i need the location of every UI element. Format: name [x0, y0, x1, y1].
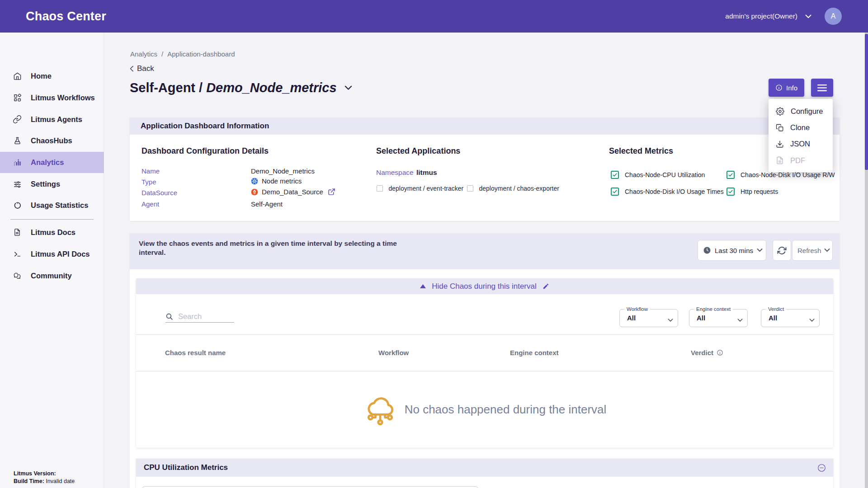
checkbox-checked[interactable] — [726, 171, 735, 179]
time-range-value: Last 30 mins — [715, 247, 753, 254]
sidebar-nav: Home Litmus Workflows Litmus Agents Chao… — [0, 66, 104, 216]
config-row-value: Node metrics — [251, 177, 302, 185]
checkbox-label: Chaos-Node-Disk I/O Usage R/W — [741, 171, 835, 178]
hide-chaos-toggle[interactable]: Hide Chaos during this interval — [136, 278, 833, 294]
verdict-filter-select[interactable]: Verdict All — [761, 309, 820, 327]
project-chevron-down-icon[interactable] — [805, 14, 811, 19]
avatar[interactable]: A — [825, 8, 842, 25]
sidebar-item-litmus-api-docs[interactable]: Litmus API Docs — [0, 243, 104, 265]
home-icon — [13, 72, 22, 81]
back-chevron-icon — [129, 66, 134, 72]
prometheus-icon — [251, 188, 258, 196]
filter-chevron-icon — [668, 316, 673, 324]
pencil-icon[interactable] — [542, 283, 549, 290]
time-range-chevron-icon — [757, 249, 763, 252]
refresh-rate-value: Refresh — [797, 247, 821, 254]
more-actions-button[interactable] — [811, 79, 833, 97]
application-dashboard-information-panel: Application Dashboard Information Dashbo… — [130, 117, 840, 221]
sidebar-item-label: Community — [31, 272, 72, 280]
collapse-minus-icon[interactable] — [817, 464, 826, 472]
checkbox-checked[interactable] — [726, 188, 735, 196]
sidebar-item-analytics[interactable]: Analytics — [0, 152, 104, 174]
metric-checkbox-row: Chaos-Node-CPU Utilization — [611, 171, 705, 179]
sidebar: Home Litmus Workflows Litmus Agents Chao… — [0, 33, 104, 488]
verdict-info-icon[interactable] — [717, 349, 723, 356]
search-input[interactable]: Search — [165, 311, 234, 323]
workflow-filter-select[interactable]: Workflow All — [619, 309, 678, 327]
brand-title: Chaos Center — [26, 9, 106, 23]
config-row-value: Self-Agent — [251, 200, 283, 208]
sidebar-item-litmus-workflows[interactable]: Litmus Workflows — [0, 87, 104, 109]
sidebar-doc-nav: Litmus Docs Litmus API Docs Community — [0, 221, 104, 286]
application-checkbox-row: deployment / event-tracker — [377, 185, 463, 192]
copy-icon — [776, 124, 784, 132]
sidebar-divider — [10, 219, 94, 220]
menu-item-configure[interactable]: Configure — [769, 103, 833, 119]
checkbox-checked[interactable] — [611, 171, 619, 179]
header-right-group: admin's project(Owner) A — [725, 0, 842, 33]
sidebar-item-home[interactable]: Home — [0, 66, 104, 87]
cloud-circuit-icon — [363, 393, 397, 427]
sidebar-item-litmus-docs[interactable]: Litmus Docs — [0, 221, 104, 243]
interval-info-bar: View the chaos events and metrics in a g… — [130, 233, 840, 269]
back-button[interactable]: Back — [129, 64, 154, 73]
refresh-now-button[interactable] — [773, 240, 791, 261]
cpu-utilization-section: CPU Utilization Metrics — [136, 459, 833, 488]
app-header: Chaos Center admin's project(Owner) A — [0, 0, 868, 33]
menu-item-label: Configure — [791, 107, 823, 116]
link-icon — [13, 115, 22, 124]
menu-item-clone[interactable]: Clone — [769, 119, 833, 136]
namespace-value: litmus — [416, 169, 437, 177]
scrollbar-thumb[interactable] — [865, 34, 868, 170]
checkbox-unchecked[interactable] — [467, 185, 473, 192]
menu-item-label: PDF — [790, 156, 805, 165]
gear-icon — [776, 107, 784, 116]
sidebar-item-label: Settings — [31, 180, 60, 188]
checkbox-checked[interactable] — [611, 188, 619, 196]
menu-item-label: JSON — [790, 140, 810, 148]
sidebar-item-community[interactable]: Community — [0, 265, 104, 286]
config-row-label: Type — [142, 178, 156, 186]
build-time-value: Invalid date — [46, 478, 75, 484]
sidebar-item-chaoshubs[interactable]: ChaosHubs — [0, 130, 104, 152]
refresh-rate-select[interactable]: Refresh — [792, 240, 833, 261]
project-selector[interactable]: admin's project(Owner) — [725, 12, 797, 20]
menu-item-pdf[interactable]: PDF — [769, 152, 833, 169]
hide-chaos-label: Hide Chaos during this interval — [432, 282, 537, 291]
empty-state: No chaos happened during the interval — [136, 371, 833, 448]
sidebar-item-label: Litmus Agents — [31, 115, 82, 124]
checkbox-unchecked[interactable] — [377, 185, 383, 192]
cpu-chart-container — [142, 486, 479, 488]
analytics-paper: View the chaos events and metrics in a g… — [130, 233, 840, 488]
config-row-value: Demo_Data_Source — [251, 188, 335, 196]
document-icon — [13, 228, 22, 237]
cpu-section-title: CPU Utilization Metrics — [144, 463, 817, 472]
external-link-icon[interactable] — [328, 188, 335, 196]
configuration-heading: Dashboard Configuration Details — [142, 146, 269, 156]
sliders-icon — [13, 179, 22, 188]
checkbox-label: deployment / event-tracker — [389, 185, 464, 192]
sidebar-item-litmus-agents[interactable]: Litmus Agents — [0, 108, 104, 130]
engine-context-filter-select[interactable]: Engine context All — [689, 309, 748, 327]
page-title: Self-Agent / Demo_Node_metrics — [130, 80, 352, 95]
time-range-select[interactable]: Last 30 mins — [698, 240, 766, 261]
checkbox-label: Chaos-Node-CPU Utilization — [625, 171, 705, 178]
page-scrollbar[interactable] — [865, 33, 868, 488]
sidebar-item-usage-statistics[interactable]: Usage Statistics — [0, 195, 104, 216]
column-workflow: Workflow — [378, 349, 409, 357]
breadcrumb-separator: / — [161, 50, 163, 58]
file-icon — [776, 156, 784, 164]
actions-dropdown-menu: Configure Clone JSON PDF — [769, 99, 833, 172]
sidebar-item-label: Analytics — [31, 158, 64, 167]
column-verdict: Verdict — [691, 349, 723, 357]
sidebar-item-label: Litmus API Docs — [31, 250, 90, 258]
info-button-label: Info — [786, 84, 797, 92]
sidebar-item-settings[interactable]: Settings — [0, 173, 104, 195]
menu-item-json[interactable]: JSON — [769, 136, 833, 152]
checkbox-label: Http requests — [741, 188, 778, 195]
breadcrumb-analytics[interactable]: Analytics — [130, 50, 157, 58]
version-label: Litmus Version: — [14, 470, 56, 477]
dashboard-switch-chevron-icon[interactable] — [344, 85, 352, 90]
breadcrumb-application-dashboard[interactable]: Application-dashboard — [167, 50, 235, 58]
info-button[interactable]: Info — [769, 79, 804, 97]
